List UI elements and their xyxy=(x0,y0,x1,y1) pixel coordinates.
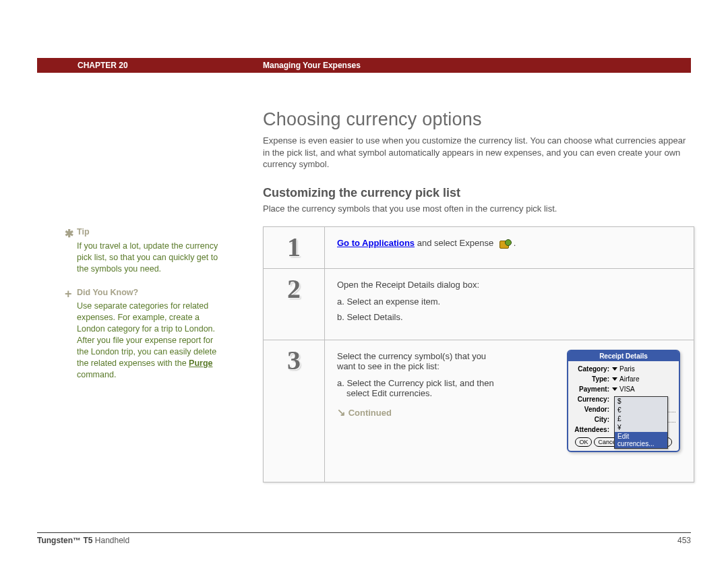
tip-body: If you travel a lot, update the currency… xyxy=(77,241,218,275)
step2-a: a. Select an expense item. xyxy=(337,296,681,307)
subsection-desc: Place the currency symbols that you use … xyxy=(263,204,688,214)
dropdown-tri-icon[interactable] xyxy=(612,387,617,391)
goto-applications-link[interactable]: Go to Applications xyxy=(337,238,415,248)
page-footer: Tungsten™ T5 Handheld 453 xyxy=(37,532,691,545)
receipt-title: Receipt Details xyxy=(568,351,679,361)
dropdown-tri-icon[interactable] xyxy=(612,367,617,371)
edit-currencies-item[interactable]: Edit currencies... xyxy=(615,432,667,448)
receipt-details-dialog: Receipt Details Category:Paris Type:Airf… xyxy=(567,350,680,452)
ok-button[interactable]: OK xyxy=(575,437,592,447)
section-intro: Expense is even easier to use when you c… xyxy=(263,135,688,170)
page-number: 453 xyxy=(677,536,691,545)
tip-star-icon: ✱ xyxy=(65,226,73,241)
step-number: 1 xyxy=(264,227,324,268)
step3-lead: Select the currency symbol(s) that you w… xyxy=(337,351,506,371)
tip-heading: Tip xyxy=(77,227,90,237)
dyk-heading: Did You Know? xyxy=(77,288,138,297)
step2-b: b. Select Details. xyxy=(337,312,681,322)
step2-lead: Open the Receipt Details dialog box: xyxy=(337,280,681,290)
step-number: 3 xyxy=(264,340,324,482)
section-title: Choosing currency options xyxy=(263,109,482,130)
dyk-plus-icon: + xyxy=(65,286,72,302)
step-number: 2 xyxy=(264,269,324,340)
dyk-body: Use separate categories for related expe… xyxy=(77,301,218,380)
chapter-header: CHAPTER 20 Managing Your Expenses xyxy=(37,58,691,73)
subsection-title: Customizing the currency pick list xyxy=(263,186,460,200)
dropdown-tri-icon[interactable] xyxy=(612,377,617,381)
step3-a: a. Select the Currency pick list, and th… xyxy=(337,378,506,398)
currency-pick-list[interactable]: $ € £ ¥ Edit currencies... xyxy=(614,396,668,449)
chapter-label: CHAPTER 20 xyxy=(37,61,128,70)
step-2: 2 Open the Receipt Details dialog box: a… xyxy=(264,269,694,340)
step-1: 1 Go to Applications and select Expense … xyxy=(264,227,694,269)
continued-indicator: ↘ Continued xyxy=(337,406,506,418)
continued-arrow-icon: ↘ xyxy=(337,406,346,418)
step-3: 3 Select the currency symbol(s) that you… xyxy=(264,340,694,482)
steps-card: 1 Go to Applications and select Expense … xyxy=(263,226,694,482)
product-name: Tungsten™ T5 Handheld xyxy=(37,536,129,545)
expense-app-icon xyxy=(498,239,512,249)
purge-link[interactable]: Purge xyxy=(189,358,212,368)
chapter-title: Managing Your Expenses xyxy=(263,61,361,70)
sidebar: ✱ Tip If you travel a lot, update the cu… xyxy=(77,226,218,393)
